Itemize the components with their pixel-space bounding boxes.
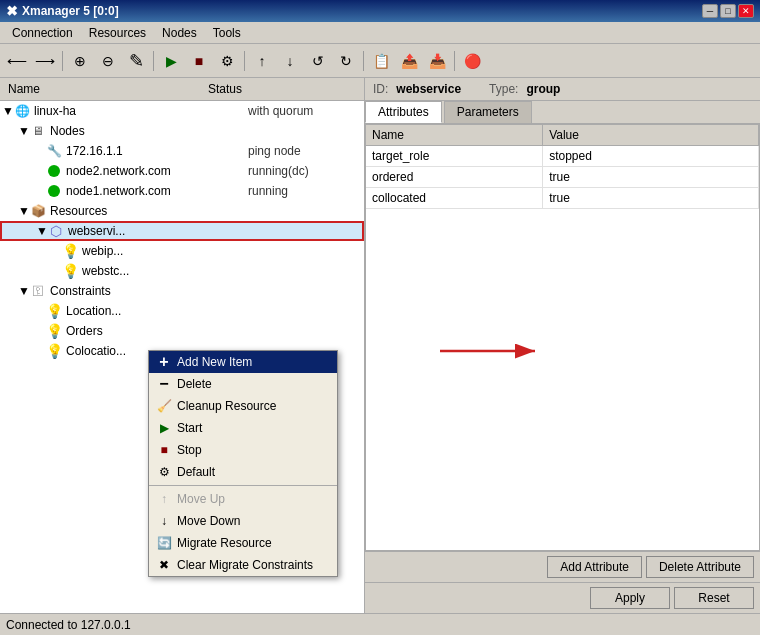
tab-parameters[interactable]: Parameters	[444, 101, 532, 123]
expand-nodes[interactable]: ▼	[18, 125, 30, 137]
migrate-icon: 🔄	[155, 534, 173, 552]
expand-constraints[interactable]: ▼	[18, 285, 30, 297]
tb-export[interactable]: 📤	[396, 48, 422, 74]
ctx-stop[interactable]: ■ Stop	[149, 439, 337, 461]
tree-item-webservice[interactable]: ▼ ⬡ webservi...	[0, 221, 364, 241]
attr-row-ordered[interactable]: ordered true	[366, 167, 759, 188]
ctx-start[interactable]: ▶ Start	[149, 417, 337, 439]
left-panel: Name Status ▼ 🌐 linux-ha with quorum ▼ 🖥…	[0, 78, 365, 613]
expand-webservice[interactable]: ▼	[36, 225, 48, 237]
webstc-label: webstc...	[80, 264, 244, 278]
apply-reset-bar: Apply Reset	[365, 582, 760, 613]
status-text: Connected to 127.0.0.1	[6, 618, 131, 632]
menu-tools[interactable]: Tools	[205, 24, 249, 42]
tree-item-orders[interactable]: ▶ 💡 Orders	[0, 321, 364, 341]
tb-edit[interactable]: ✎	[123, 48, 149, 74]
attr-row-collocated[interactable]: collocated true	[366, 188, 759, 209]
tree-item-node2[interactable]: ▶ node2.network.com running(dc)	[0, 161, 364, 181]
tab-attributes[interactable]: Attributes	[365, 101, 442, 123]
webip-label: webip...	[80, 244, 244, 258]
stop-icon: ■	[155, 441, 173, 459]
maximize-button[interactable]: □	[720, 4, 736, 18]
th-value: Value	[543, 125, 759, 146]
minus-icon: −	[155, 375, 173, 393]
tb-back[interactable]: ⟵	[4, 48, 30, 74]
ctx-delete[interactable]: − Delete	[149, 373, 337, 395]
ctx-migrate-label: Migrate Resource	[177, 536, 272, 550]
ctx-clear-migrate[interactable]: ✖ Clear Migrate Constraints	[149, 554, 337, 576]
tb-sep5	[454, 51, 455, 71]
ctx-separator	[149, 485, 337, 486]
tree-item-location[interactable]: ▶ 💡 Location...	[0, 301, 364, 321]
tree-item-linux-ha[interactable]: ▼ 🌐 linux-ha with quorum	[0, 101, 364, 121]
ctx-move-up-label: Move Up	[177, 492, 225, 506]
menu-resources[interactable]: Resources	[81, 24, 154, 42]
tb-import[interactable]: 📥	[424, 48, 450, 74]
tb-add[interactable]: ⊕	[67, 48, 93, 74]
delete-attribute-button[interactable]: Delete Attribute	[646, 556, 754, 578]
attr-row-target-role[interactable]: target_role stopped	[366, 146, 759, 167]
attr-value-collocated: true	[543, 188, 759, 209]
ctx-add-new-item[interactable]: + Add New Item	[149, 351, 337, 373]
ctx-cleanup[interactable]: 🧹 Cleanup Resource	[149, 395, 337, 417]
tb-up[interactable]: ↑	[249, 48, 275, 74]
app-icon: ✖	[6, 3, 18, 19]
constraints-label: Constraints	[48, 284, 244, 298]
tb-sep4	[363, 51, 364, 71]
nodes-icon: 🖥	[30, 123, 46, 139]
ctx-move-down-label: Move Down	[177, 514, 240, 528]
ctx-migrate[interactable]: 🔄 Migrate Resource	[149, 532, 337, 554]
close-button[interactable]: ✕	[738, 4, 754, 18]
add-attribute-button[interactable]: Add Attribute	[547, 556, 642, 578]
location-label: Location...	[64, 304, 244, 318]
ctx-default[interactable]: ⚙ Default	[149, 461, 337, 483]
tb-remove[interactable]: ⊖	[95, 48, 121, 74]
apply-button[interactable]: Apply	[590, 587, 670, 609]
node1-icon	[46, 183, 62, 199]
id-label: ID:	[373, 82, 388, 96]
minimize-button[interactable]: ─	[702, 4, 718, 18]
right-panel: ID: webservice Type: group Attributes Pa…	[365, 78, 760, 613]
tb-stop[interactable]: ■	[186, 48, 212, 74]
webservice-label: webservi...	[66, 224, 242, 238]
tb-play[interactable]: ▶	[158, 48, 184, 74]
node2-label: node2.network.com	[64, 164, 244, 178]
tb-copy[interactable]: 📋	[368, 48, 394, 74]
tree-item-nodes[interactable]: ▼ 🖥 Nodes	[0, 121, 364, 141]
tree-item-webstc[interactable]: ▶ 💡 webstc...	[0, 261, 364, 281]
tb-undo[interactable]: ↺	[305, 48, 331, 74]
tree-item-node1[interactable]: ▶ node1.network.com running	[0, 181, 364, 201]
menu-connection[interactable]: Connection	[4, 24, 81, 42]
cluster-icon: 🌐	[14, 103, 30, 119]
attr-action-buttons: Add Attribute Delete Attribute	[365, 551, 760, 582]
rp-header: ID: webservice Type: group	[365, 78, 760, 101]
ctx-add-label: Add New Item	[177, 355, 252, 369]
window-title: Xmanager 5 [0:0]	[22, 4, 119, 18]
ctx-move-down[interactable]: ↓ Move Down	[149, 510, 337, 532]
tb-forward[interactable]: ⟶	[32, 48, 58, 74]
attr-table: Name Value target_role stopped ordered t…	[366, 125, 759, 209]
tb-settings[interactable]: ⚙	[214, 48, 240, 74]
id-value: webservice	[396, 82, 461, 96]
linux-ha-label: linux-ha	[32, 104, 244, 118]
tb-redo[interactable]: ↻	[333, 48, 359, 74]
title-bar-title: ✖ Xmanager 5 [0:0]	[6, 3, 119, 19]
location-icon: 💡	[46, 303, 62, 319]
ctx-move-up[interactable]: ↑ Move Up	[149, 488, 337, 510]
expand-linux-ha[interactable]: ▼	[2, 105, 14, 117]
plus-icon: +	[155, 353, 173, 371]
tb-down[interactable]: ↓	[277, 48, 303, 74]
tree-item-constraints[interactable]: ▼ ⚿ Constraints	[0, 281, 364, 301]
type-label: Type:	[489, 82, 518, 96]
reset-button[interactable]: Reset	[674, 587, 754, 609]
tree-item-webip[interactable]: ▶ 💡 webip...	[0, 241, 364, 261]
resources-label: Resources	[48, 204, 244, 218]
tb-disconnect[interactable]: 🔴	[459, 48, 485, 74]
status-bar: Connected to 127.0.0.1	[0, 613, 760, 635]
menu-nodes[interactable]: Nodes	[154, 24, 205, 42]
ctx-stop-label: Stop	[177, 443, 202, 457]
attr-name-target-role: target_role	[366, 146, 543, 167]
tree-item-node-172[interactable]: ▶ 🔧 172.16.1.1 ping node	[0, 141, 364, 161]
expand-resources[interactable]: ▼	[18, 205, 30, 217]
tree-item-resources[interactable]: ▼ 📦 Resources	[0, 201, 364, 221]
